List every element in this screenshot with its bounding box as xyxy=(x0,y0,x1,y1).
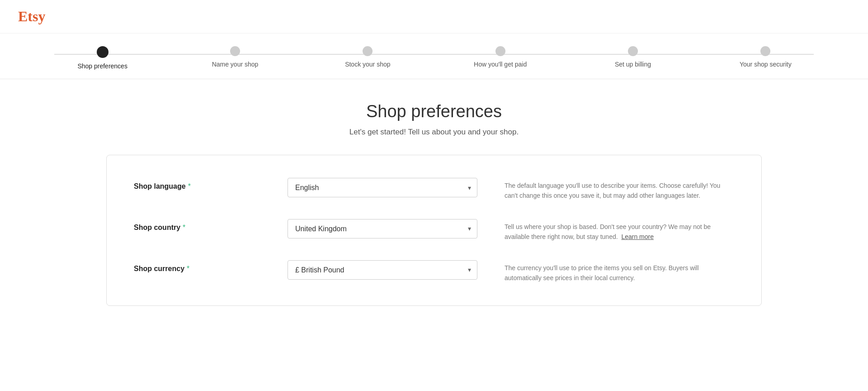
etsy-logo[interactable]: Etsy xyxy=(18,8,45,24)
header: Etsy xyxy=(0,0,868,33)
step-label-stock-your-shop: Stock your shop xyxy=(345,61,390,68)
step-dot-how-youll-get-paid xyxy=(495,46,505,56)
currency-required: * xyxy=(187,265,189,272)
country-hint-text: Tell us where your shop is based. Don't … xyxy=(505,222,734,242)
country-select-wrapper-outer: United Kingdom United States Canada Aust… xyxy=(288,219,477,238)
main-content: Shop preferences Let's get started! Tell… xyxy=(0,79,868,324)
currency-hint-text: The currency you'll use to price the ite… xyxy=(505,263,734,283)
page-title: Shop preferences xyxy=(18,102,850,121)
language-required: * xyxy=(188,182,191,190)
step-dot-stock-your-shop xyxy=(363,46,373,56)
language-select-wrapper-outer: English French German Spanish Italian ▾ xyxy=(288,178,477,197)
language-hint: The default language you'll use to descr… xyxy=(505,178,734,201)
language-select[interactable]: English French German Spanish Italian xyxy=(288,178,477,197)
step-set-up-billing[interactable]: Set up billing xyxy=(566,46,699,68)
step-label-name-your-shop: Name your shop xyxy=(212,61,259,68)
language-row: Shop language* English French German Spa… xyxy=(134,178,734,201)
currency-hint: The currency you'll use to price the ite… xyxy=(505,260,734,283)
step-dot-your-shop-security xyxy=(760,46,770,56)
step-shop-preferences[interactable]: Shop preferences xyxy=(36,46,169,70)
step-dot-shop-preferences xyxy=(97,46,108,58)
page-subtitle: Let's get started! Tell us about you and… xyxy=(18,128,850,137)
preferences-card: Shop language* English French German Spa… xyxy=(106,155,762,306)
country-required: * xyxy=(183,224,185,231)
step-your-shop-security[interactable]: Your shop security xyxy=(699,46,832,68)
step-label-your-shop-security: Your shop security xyxy=(740,61,792,68)
language-label-area: Shop language* xyxy=(134,178,288,191)
country-hint: Tell us where your shop is based. Don't … xyxy=(505,219,734,242)
step-name-your-shop[interactable]: Name your shop xyxy=(169,46,301,68)
stepper: Shop preferences Name your shop Stock yo… xyxy=(0,33,868,79)
step-label-shop-preferences: Shop preferences xyxy=(77,62,127,70)
currency-select[interactable]: £ British Pound $ US Dollar € Euro $ Can… xyxy=(288,260,477,280)
country-row: Shop country* United Kingdom United Stat… xyxy=(134,219,734,242)
currency-select-wrapper-outer: £ British Pound $ US Dollar € Euro $ Can… xyxy=(288,260,477,280)
country-select-wrapper: United Kingdom United States Canada Aust… xyxy=(288,219,477,238)
step-dot-name-your-shop xyxy=(230,46,240,56)
country-hint-part1: Tell us where your shop is based. Don't … xyxy=(505,223,711,240)
step-stock-your-shop[interactable]: Stock your shop xyxy=(302,46,434,68)
language-label: Shop language xyxy=(134,182,186,190)
step-how-youll-get-paid[interactable]: How you'll get paid xyxy=(434,46,566,68)
country-label: Shop country xyxy=(134,224,180,231)
currency-label-area: Shop currency* xyxy=(134,260,288,273)
currency-select-wrapper: £ British Pound $ US Dollar € Euro $ Can… xyxy=(288,260,477,280)
step-label-set-up-billing: Set up billing xyxy=(615,61,651,68)
language-select-wrapper: English French German Spanish Italian ▾ xyxy=(288,178,477,197)
step-label-how-youll-get-paid: How you'll get paid xyxy=(474,61,527,68)
country-select[interactable]: United Kingdom United States Canada Aust… xyxy=(288,219,477,238)
step-dot-set-up-billing xyxy=(628,46,638,56)
country-label-area: Shop country* xyxy=(134,219,288,232)
currency-row: Shop currency* £ British Pound $ US Doll… xyxy=(134,260,734,283)
country-learn-more-link[interactable]: Learn more xyxy=(621,233,654,240)
language-hint-text: The default language you'll use to descr… xyxy=(505,181,734,201)
page-heading: Shop preferences Let's get started! Tell… xyxy=(18,102,850,137)
currency-label: Shop currency xyxy=(134,265,184,272)
